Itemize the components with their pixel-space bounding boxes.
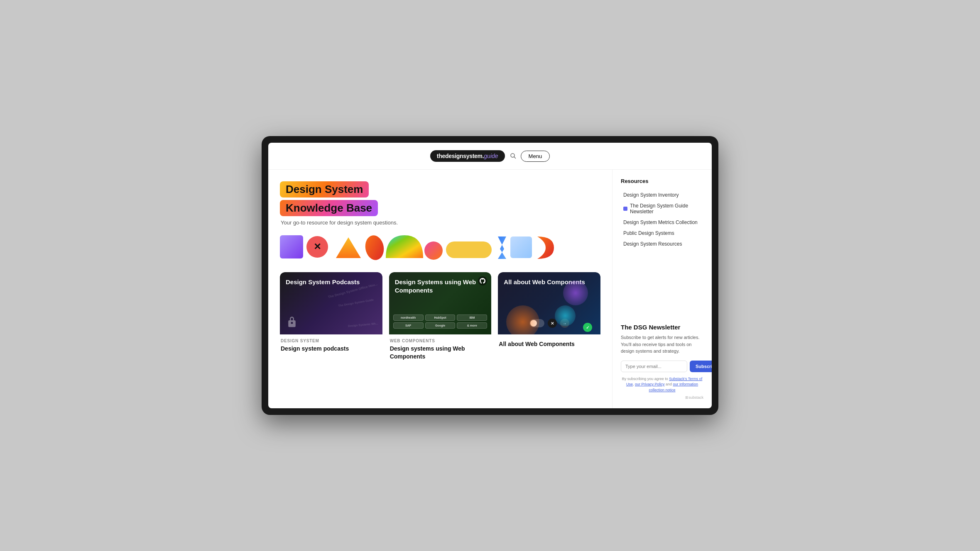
header: thedesignsystem. guide Menu: [268, 143, 712, 170]
card-meta-webcomponents: WEB COMPONENTS Design systems using Web …: [389, 334, 492, 361]
svg-point-6: [363, 234, 386, 262]
hero-title-line2: Knowledge Base: [286, 202, 372, 215]
hero-title-line1: Design System: [286, 183, 363, 196]
svg-text:✕: ✕: [314, 241, 321, 252]
card-overlay-title-allabout: All about Web Components: [504, 278, 595, 286]
card-meta-allabout: All about Web Components: [498, 334, 600, 349]
logo-chip-sap: SAP: [393, 322, 424, 329]
card-meta-podcasts: DESIGN SYSTEM Design system podcasts: [280, 334, 382, 354]
cards-grid: Design System Podcasts The Design System…: [280, 272, 600, 361]
svg-rect-2: [280, 235, 303, 258]
sidebar-item-public[interactable]: Public Design Systems: [621, 228, 703, 238]
logo-chip-hubspot: HubSpot: [425, 315, 456, 321]
card-category-webcomponents: WEB COMPONENTS: [390, 339, 491, 343]
logo-chip-ibm: IBM: [457, 315, 487, 321]
newsletter-section: The DSG Newsletter Subscribe to get aler…: [621, 324, 703, 400]
card-image-allabout: All about Web Components ✕ →: [498, 272, 600, 334]
logo-text-main: thedesignsystem.: [437, 153, 484, 159]
terms-text: By subscribing you agree to Substack's T…: [621, 376, 703, 393]
privacy-link[interactable]: our Privacy Policy: [635, 382, 665, 386]
sidebar-label-newsletter: The Design System Guide Newsletter: [630, 203, 701, 215]
monitor-frame: thedesignsystem. guide Menu Design Syste…: [262, 136, 718, 415]
main-layout: Design System Knowledge Base Your go-to …: [268, 170, 712, 408]
sidebar-nav: Design System Inventory The Design Syste…: [621, 190, 703, 249]
logo-grid: nordhealth HubSpot IBM SAP Google & more: [393, 315, 488, 329]
search-icon: [510, 153, 517, 159]
shapes-svg: ✕: [280, 233, 579, 262]
x-badge: ✕: [548, 319, 557, 328]
sidebar-label-resources: Design System Resources: [623, 241, 682, 247]
card-overlay-webcomponents: Design Systems using Web Components: [395, 278, 486, 294]
sidebar: Resources Design System Inventory The De…: [612, 170, 712, 408]
menu-button[interactable]: Menu: [521, 151, 550, 162]
svg-line-1: [514, 157, 515, 158]
card-webcomponents[interactable]: Design Systems using Web Components nord…: [389, 272, 492, 361]
sidebar-item-metrics[interactable]: Design System Metrics Collection: [621, 217, 703, 227]
logo-text-guide: guide: [484, 153, 498, 159]
screen: thedesignsystem. guide Menu Design Syste…: [268, 143, 712, 408]
substack-logo: ⊞substack: [621, 395, 703, 400]
svg-point-7: [424, 241, 443, 260]
card-overlay-title-podcasts: Design System Podcasts: [286, 278, 377, 286]
floating-text-3: Design Systems Wh...: [348, 322, 378, 327]
sidebar-item-inventory[interactable]: Design System Inventory: [621, 190, 703, 200]
sidebar-item-newsletter[interactable]: The Design System Guide Newsletter: [621, 201, 703, 217]
svg-rect-8: [446, 241, 492, 258]
card-overlay-podcasts: Design System Podcasts: [286, 278, 377, 286]
logo-chip-google: Google: [425, 322, 456, 329]
newsletter-title: The DSG Newsletter: [621, 324, 703, 331]
sidebar-resources-title: Resources: [621, 178, 703, 184]
card-title-podcasts: Design system podcasts: [281, 345, 382, 352]
logo-chip-more: & more: [457, 322, 487, 329]
card-image-podcasts: Design System Podcasts The Design System…: [280, 272, 382, 334]
shapes-decoration: ✕: [280, 233, 600, 262]
svg-rect-9: [510, 236, 532, 258]
check-badge-container: ✓: [583, 323, 592, 332]
newsletter-description: Subscribe to get alerts for new articles…: [621, 334, 703, 355]
svg-marker-5: [336, 237, 361, 258]
card-overlay-title-webcomponents: Design Systems using Web Components: [395, 278, 486, 294]
card-title-webcomponents: Design systems using Web Components: [390, 345, 491, 360]
logo-pill[interactable]: thedesignsystem. guide: [430, 150, 505, 162]
podcast-deco-icon: [286, 316, 298, 329]
toggle-knob: [530, 320, 537, 327]
email-input[interactable]: [621, 361, 687, 372]
card-allabout[interactable]: All about Web Components ✕ →: [498, 272, 600, 361]
hero-subtitle: Your go-to resource for design system qu…: [281, 219, 600, 226]
floating-text-2: The Design System Guide: [338, 298, 374, 307]
hero-section: Design System Knowledge Base Your go-to …: [280, 181, 600, 226]
sidebar-label-metrics: Design System Metrics Collection: [623, 219, 698, 225]
email-form: Subscribe: [621, 361, 703, 372]
subscribe-button[interactable]: Subscribe: [690, 361, 712, 372]
content-area: Design System Knowledge Base Your go-to …: [268, 170, 612, 408]
sidebar-item-resources[interactable]: Design System Resources: [621, 239, 703, 249]
card-image-webcomponents: Design Systems using Web Components nord…: [389, 272, 492, 334]
card-overlay-allabout: All about Web Components: [504, 278, 595, 286]
logo-chip-nordhealth: nordhealth: [393, 315, 424, 321]
check-badge: ✓: [583, 323, 592, 332]
search-button[interactable]: [510, 153, 517, 159]
card-title-allabout: All about Web Components: [499, 340, 600, 348]
newsletter-dot: [623, 207, 627, 211]
card-podcasts[interactable]: Design System Podcasts The Design System…: [280, 272, 382, 361]
sidebar-label-inventory: Design System Inventory: [623, 192, 679, 198]
toggle-group: ✕ →: [529, 319, 569, 328]
arrow-badge: →: [560, 319, 569, 328]
card-category-podcasts: DESIGN SYSTEM: [281, 339, 382, 343]
toggle-pill: [529, 319, 544, 327]
sidebar-label-public: Public Design Systems: [623, 230, 674, 236]
